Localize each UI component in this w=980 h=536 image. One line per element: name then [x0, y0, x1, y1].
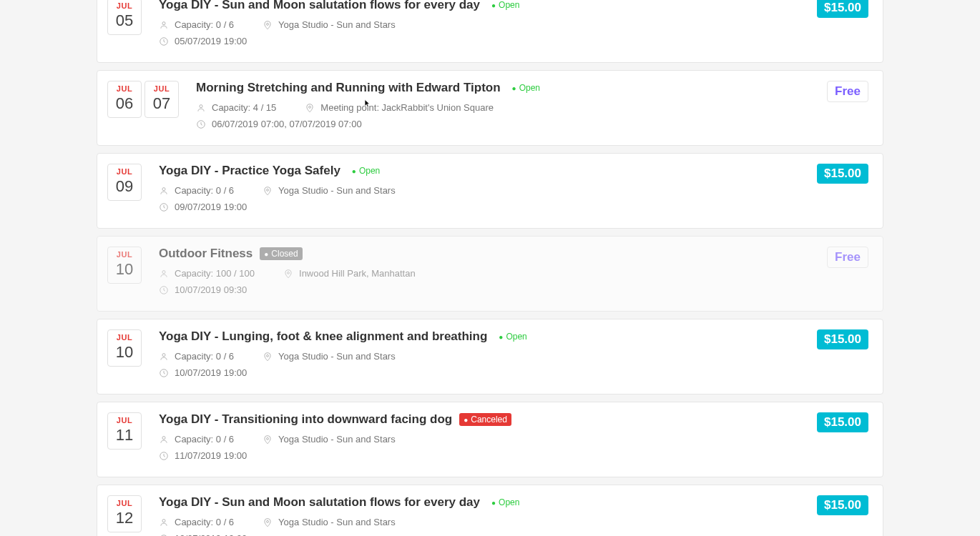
capacity-item: Capacity: 4 / 15 — [196, 102, 276, 113]
date-day: 05 — [108, 11, 141, 30]
location-item: Yoga Studio - Sun and Stars — [263, 185, 396, 196]
date-badge: JUL10 — [107, 329, 142, 367]
date-column: JUL10 — [107, 329, 142, 367]
status-badge-open: Open — [494, 330, 531, 343]
location-pin-icon — [263, 186, 273, 196]
event-title[interactable]: Yoga DIY - Practice Yoga Safely — [159, 164, 340, 178]
location-item: Yoga Studio - Sun and Stars — [263, 351, 396, 362]
date-column: JUL09 — [107, 164, 142, 201]
date-month: JUL — [108, 167, 141, 176]
price-free-badge[interactable]: Free — [827, 247, 868, 268]
svg-point-0 — [162, 21, 165, 24]
person-icon — [159, 352, 169, 362]
svg-point-1 — [267, 23, 269, 25]
event-title[interactable]: Yoga DIY - Sun and Moon salutation flows… — [159, 0, 480, 12]
date-badge: JUL12 — [107, 495, 142, 532]
meta-row: Capacity: 4 / 15Meeting point: JackRabbi… — [196, 102, 810, 113]
event-card[interactable]: JUL10Outdoor FitnessClosedCapacity: 100 … — [97, 236, 883, 312]
date-day: 11 — [108, 426, 141, 445]
date-month: JUL — [108, 333, 141, 342]
date-badge: JUL05 — [107, 0, 142, 35]
title-row: Yoga DIY - Lunging, foot & knee alignmen… — [159, 329, 800, 344]
meta-row: 05/07/2019 19:00 — [159, 36, 800, 46]
location-text: Yoga Studio - Sun and Stars — [278, 185, 396, 196]
price-paid-badge[interactable]: $15.00 — [817, 164, 868, 184]
event-title[interactable]: Yoga DIY - Transitioning into downward f… — [159, 412, 452, 427]
date-month: JUL — [108, 499, 141, 507]
event-card[interactable]: JUL06JUL07Morning Stretching and Running… — [97, 70, 883, 146]
price-column: $15.00 — [817, 0, 868, 18]
datetime-text: 09/07/2019 19:00 — [175, 202, 247, 212]
title-row: Yoga DIY - Sun and Moon salutation flows… — [159, 495, 800, 510]
price-paid-badge[interactable]: $15.00 — [817, 412, 868, 432]
date-badge: JUL11 — [107, 412, 142, 450]
location-pin-icon — [263, 352, 273, 362]
event-title[interactable]: Outdoor Fitness — [159, 247, 253, 261]
person-icon — [159, 186, 169, 196]
person-icon — [159, 517, 169, 527]
meta-row: 09/07/2019 19:00 — [159, 202, 800, 212]
location-text: Yoga Studio - Sun and Stars — [278, 434, 396, 445]
event-main: Outdoor FitnessClosedCapacity: 100 / 100… — [159, 247, 810, 301]
clock-icon — [196, 119, 206, 129]
location-item: Inwood Hill Park, Manhattan — [283, 268, 416, 279]
location-item: Yoga Studio - Sun and Stars — [263, 19, 396, 30]
person-icon — [159, 269, 169, 279]
datetime-text: 10/07/2019 09:30 — [175, 284, 247, 295]
event-main: Yoga DIY - Sun and Moon salutation flows… — [159, 0, 800, 52]
capacity-text: Capacity: 4 / 15 — [212, 102, 276, 113]
event-main: Yoga DIY - Sun and Moon salutation flows… — [159, 495, 800, 536]
date-column: JUL05 — [107, 0, 142, 35]
location-pin-icon — [305, 103, 315, 113]
svg-point-10 — [288, 272, 290, 274]
price-paid-badge[interactable]: $15.00 — [817, 495, 868, 515]
date-day: 12 — [108, 509, 141, 527]
event-title[interactable]: Yoga DIY - Sun and Moon salutation flows… — [159, 495, 480, 510]
status-badge-open: Open — [508, 81, 544, 94]
status-badge-open: Open — [487, 496, 524, 509]
datetime-text: 10/07/2019 19:00 — [175, 367, 247, 378]
datetime-text: 12/07/2019 19:00 — [175, 533, 247, 536]
price-free-badge[interactable]: Free — [827, 81, 868, 102]
person-icon — [159, 435, 169, 445]
svg-point-16 — [267, 437, 269, 440]
event-card[interactable]: JUL10Yoga DIY - Lunging, foot & knee ali… — [97, 319, 883, 394]
event-main: Morning Stretching and Running with Edwa… — [196, 81, 810, 135]
date-column: JUL10 — [107, 247, 142, 284]
location-pin-icon — [263, 435, 273, 445]
date-day: 10 — [108, 260, 141, 279]
event-card[interactable]: JUL05Yoga DIY - Sun and Moon salutation … — [97, 0, 883, 63]
price-column: Free — [827, 81, 868, 102]
capacity-text: Capacity: 0 / 6 — [175, 351, 234, 362]
meta-row: Capacity: 0 / 6Yoga Studio - Sun and Sta… — [159, 434, 800, 445]
event-card[interactable]: JUL09Yoga DIY - Practice Yoga SafelyOpen… — [97, 153, 883, 229]
date-month: JUL — [145, 84, 178, 93]
capacity-text: Capacity: 0 / 6 — [175, 185, 234, 196]
person-icon — [196, 103, 206, 113]
capacity-item: Capacity: 0 / 6 — [159, 517, 234, 527]
svg-point-7 — [267, 189, 269, 191]
date-column: JUL12 — [107, 495, 142, 532]
event-main: Yoga DIY - Practice Yoga SafelyOpenCapac… — [159, 164, 800, 218]
meta-row: Capacity: 0 / 6Yoga Studio - Sun and Sta… — [159, 19, 800, 30]
event-title[interactable]: Morning Stretching and Running with Edwa… — [196, 81, 501, 95]
price-column: $15.00 — [817, 329, 868, 349]
event-title[interactable]: Yoga DIY - Lunging, foot & knee alignmen… — [159, 329, 487, 344]
price-column: $15.00 — [817, 495, 868, 515]
datetime-item: 05/07/2019 19:00 — [159, 36, 247, 46]
location-item: Yoga Studio - Sun and Stars — [263, 434, 396, 445]
meta-row: 10/07/2019 09:30 — [159, 284, 810, 295]
date-column: JUL11 — [107, 412, 142, 450]
location-pin-icon — [263, 517, 273, 527]
price-column: Free — [827, 247, 868, 268]
price-paid-badge[interactable]: $15.00 — [817, 329, 868, 349]
event-card[interactable]: JUL12Yoga DIY - Sun and Moon salutation … — [97, 485, 883, 536]
event-card[interactable]: JUL11Yoga DIY - Transitioning into downw… — [97, 402, 883, 477]
price-column: $15.00 — [817, 412, 868, 432]
meta-row: Capacity: 0 / 6Yoga Studio - Sun and Sta… — [159, 185, 800, 196]
capacity-item: Capacity: 100 / 100 — [159, 268, 255, 279]
price-paid-badge[interactable]: $15.00 — [817, 0, 868, 18]
date-badge: JUL06 — [107, 81, 142, 118]
status-badge-open: Open — [348, 164, 384, 177]
capacity-item: Capacity: 0 / 6 — [159, 434, 234, 445]
